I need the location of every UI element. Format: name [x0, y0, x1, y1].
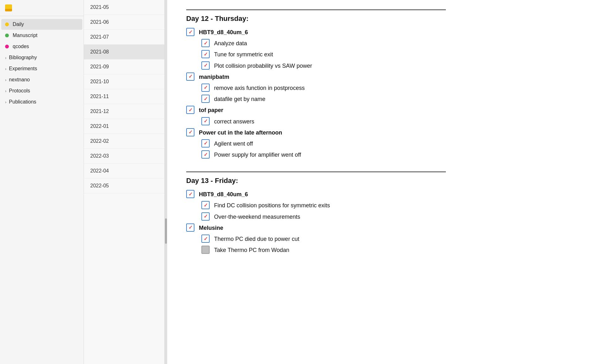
date-item-2022-02[interactable]: 2022-02: [84, 134, 164, 149]
nav-item-label: Protocols: [9, 88, 77, 94]
date-item-2021-11[interactable]: 2021-11: [84, 89, 164, 104]
sidebar-item-daily[interactable]: Daily: [1, 19, 82, 30]
checkbox[interactable]: [201, 150, 210, 159]
sub-task-text: Over-the-weekend measurements: [214, 212, 300, 221]
checkbox[interactable]: [186, 223, 194, 232]
sub-task-item[interactable]: Tune for symmetric exit: [201, 50, 589, 59]
nav-item-label: Daily: [13, 22, 77, 27]
checkbox[interactable]: [201, 84, 210, 92]
day-section-day13: Day 13 - Friday:HBT9_d8_40um_6Find DC co…: [186, 172, 589, 254]
nav-chevron-icon: ›: [5, 89, 6, 93]
nav-item-label: Publications: [9, 99, 77, 105]
date-item-2021-12[interactable]: 2021-12: [84, 104, 164, 119]
date-list-panel: 2021-052021-062021-072021-082021-092021-…: [84, 0, 165, 364]
nav-dot-icon: [5, 22, 9, 26]
sub-task-item[interactable]: Over-the-weekend measurements: [201, 212, 589, 221]
nav-item-label: Bibliography: [9, 55, 77, 60]
date-item-2021-08[interactable]: 2021-08: [84, 45, 164, 60]
checkbox[interactable]: [201, 39, 210, 47]
sub-task-item[interactable]: Agilent went off: [201, 139, 589, 148]
task-item[interactable]: HBT9_d8_40um_6: [186, 190, 589, 198]
task-list: HBT9_d8_40um_6Analyze dataTune for symme…: [186, 28, 589, 159]
task-item[interactable]: tof paper: [186, 106, 589, 114]
task-text: HBT9_d8_40um_6: [199, 28, 248, 36]
sidebar-item-manuscript[interactable]: Manuscript: [1, 30, 82, 41]
day-title: Day 12 - Thursday:: [186, 15, 589, 23]
nav-item-label: Manuscript: [13, 33, 77, 38]
task-item[interactable]: HBT9_d8_40um_6: [186, 28, 589, 36]
task-text: manipbatm: [199, 72, 229, 81]
sub-task-item[interactable]: Plot collision probability vs SAW power: [201, 61, 589, 70]
scrollbar-thumb[interactable]: [165, 218, 167, 244]
sub-task-item[interactable]: Power supply for amplifier went off: [201, 150, 589, 159]
checkbox[interactable]: [186, 190, 194, 198]
checkbox[interactable]: [201, 50, 210, 58]
sidebar-item-experiments[interactable]: ›Experiments: [1, 63, 82, 74]
nav-item-label: Experiments: [9, 66, 77, 72]
sub-task-text: Thermo PC died due to power cut: [214, 235, 299, 243]
sidebar-item-qcodes[interactable]: qcodes: [1, 41, 82, 52]
date-item-2022-01[interactable]: 2022-01: [84, 119, 164, 134]
task-text: Power cut in the late afternoon: [199, 128, 282, 137]
sub-task-item[interactable]: Find DC collision positions for symmetri…: [201, 201, 589, 210]
sub-task-item[interactable]: Analyze data: [201, 39, 589, 47]
sub-task-text: Power supply for amplifier went off: [214, 150, 301, 159]
date-item-2021-06[interactable]: 2021-06: [84, 15, 164, 30]
sidebar-header: [0, 0, 84, 16]
checkbox[interactable]: [201, 246, 210, 254]
date-item-2021-10[interactable]: 2021-10: [84, 74, 164, 89]
task-text: HBT9_d8_40um_6: [199, 190, 248, 198]
scrollbar-track[interactable]: [165, 0, 167, 364]
checkbox[interactable]: [186, 128, 194, 136]
checkbox[interactable]: [201, 235, 210, 243]
day-divider: [186, 9, 446, 10]
sub-task-item[interactable]: Take Thermo PC from Wodan: [201, 246, 589, 254]
date-item-2022-05[interactable]: 2022-05: [84, 179, 164, 193]
sidebar-item-protocols[interactable]: ›Protocols: [1, 85, 82, 96]
sub-task-text: correct answers: [214, 117, 254, 126]
checkbox[interactable]: [201, 139, 210, 147]
task-item[interactable]: Melusine: [186, 223, 589, 232]
sub-task-text: Analyze data: [214, 39, 247, 47]
nav-chevron-icon: ›: [5, 78, 6, 82]
nav-dot-icon: [5, 45, 9, 48]
task-item[interactable]: Power cut in the late afternoon: [186, 128, 589, 137]
sub-task-text: Tune for symmetric exit: [214, 50, 273, 59]
sidebar: DailyManuscriptqcodes›Bibliography›Exper…: [0, 0, 84, 364]
sidebar-item-nextnano[interactable]: ›nextnano: [1, 74, 82, 85]
sub-task-item[interactable]: datafile get by name: [201, 95, 589, 103]
app-logo-icon: [5, 4, 12, 11]
nav-item-label: qcodes: [13, 44, 77, 49]
checkbox[interactable]: [201, 117, 210, 125]
task-text: tof paper: [199, 106, 223, 114]
date-item-2022-04[interactable]: 2022-04: [84, 164, 164, 179]
sub-task-item[interactable]: correct answers: [201, 117, 589, 126]
task-list: HBT9_d8_40um_6Find DC collision position…: [186, 190, 589, 254]
sub-task-text: datafile get by name: [214, 95, 265, 103]
sub-task-text: Agilent went off: [214, 139, 253, 148]
sidebar-item-bibliography[interactable]: ›Bibliography: [1, 52, 82, 63]
checkbox[interactable]: [201, 201, 210, 209]
task-text: Melusine: [199, 223, 223, 232]
nav-dot-icon: [5, 34, 9, 37]
checkbox[interactable]: [186, 28, 194, 36]
checkbox[interactable]: [201, 212, 210, 221]
sub-task-item[interactable]: remove axis function in postprocess: [201, 84, 589, 92]
sidebar-nav: DailyManuscriptqcodes›Bibliography›Exper…: [0, 16, 84, 364]
date-item-2021-05[interactable]: 2021-05: [84, 0, 164, 15]
sub-task-item[interactable]: Thermo PC died due to power cut: [201, 235, 589, 243]
sub-task-text: Take Thermo PC from Wodan: [214, 246, 289, 254]
date-item-2021-07[interactable]: 2021-07: [84, 30, 164, 45]
checkbox[interactable]: [186, 72, 194, 81]
nav-chevron-icon: ›: [5, 100, 6, 104]
checkbox[interactable]: [186, 106, 194, 114]
date-item-2022-03[interactable]: 2022-03: [84, 149, 164, 164]
checkbox[interactable]: [201, 95, 210, 103]
date-item-2021-09[interactable]: 2021-09: [84, 60, 164, 74]
sub-task-text: remove axis function in postprocess: [214, 84, 305, 92]
sub-task-text: Plot collision probability vs SAW power: [214, 61, 312, 70]
task-item[interactable]: manipbatm: [186, 72, 589, 81]
checkbox[interactable]: [201, 61, 210, 70]
nav-item-label: nextnano: [9, 77, 77, 83]
sidebar-item-publications[interactable]: ›Publications: [1, 97, 82, 107]
